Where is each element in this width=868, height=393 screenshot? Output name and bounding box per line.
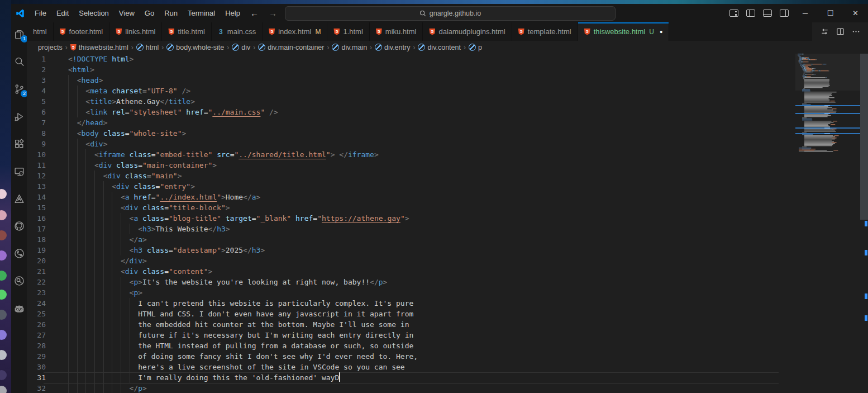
code-line[interactable]: <meta charset="UTF-8" /> xyxy=(68,86,795,96)
breadcrumb-item-file[interactable]: 5thiswebsite.html xyxy=(70,44,128,51)
breadcrumb-item-div[interactable]: div xyxy=(232,44,250,51)
indent-guide xyxy=(85,351,86,362)
tab-index.html[interactable]: 5index.htmlM xyxy=(263,22,327,41)
activity-item-remote-explorer[interactable] xyxy=(13,165,25,177)
code-line[interactable]: <div class="main-container"> xyxy=(68,160,795,171)
code-line[interactable]: <h3 class="datestamp">2025</h3> xyxy=(68,245,795,255)
code-editor[interactable]: 1234567891011121314151617181920212223242… xyxy=(27,54,868,393)
indent-guide xyxy=(68,75,69,86)
command-center-search[interactable]: gnargle.github.io xyxy=(285,6,616,21)
minimap[interactable] xyxy=(795,54,860,393)
code-line[interactable]: I can't pretend this website is particul… xyxy=(68,298,795,309)
code-line[interactable]: the embedded hit counter at the bottom. … xyxy=(68,319,795,330)
activity-item-run-and-debug[interactable] xyxy=(13,110,25,122)
indent-guide xyxy=(77,330,78,340)
open-changes-button[interactable] xyxy=(818,25,831,39)
triangle-a-extension-icon xyxy=(13,193,25,205)
breadcrumb-item-div.content[interactable]: div.content xyxy=(418,44,461,51)
menu-view[interactable]: View xyxy=(114,4,140,22)
code-line[interactable]: <div class="entry"> xyxy=(68,181,795,192)
maximize-button[interactable]: ☐ xyxy=(818,4,843,22)
tab-dalamudplugins.html[interactable]: 5dalamudplugins.html xyxy=(423,22,512,41)
breadcrumb-item-p[interactable]: p xyxy=(469,44,482,51)
search-icon xyxy=(419,10,426,17)
code-line[interactable]: future if it's necessary but I'm writing… xyxy=(68,330,795,340)
menu-selection[interactable]: Selection xyxy=(74,4,113,22)
toggle-sidebar-left-button[interactable] xyxy=(742,4,759,22)
close-button[interactable]: ✕ xyxy=(843,4,868,22)
toggle-panel-button[interactable] xyxy=(759,4,776,22)
activity-item-search[interactable] xyxy=(13,55,25,68)
customize-layout-button[interactable] xyxy=(726,4,742,22)
code-line[interactable]: <a href="../index.html">Home</a> xyxy=(68,192,795,202)
activity-item-triangle-a-extension[interactable] xyxy=(13,192,25,205)
code-line[interactable]: </p> xyxy=(68,383,795,393)
code-line[interactable]: <title>Athene.Gay</title> xyxy=(68,96,795,107)
scrollbar-thumb[interactable] xyxy=(860,54,868,220)
tab-main.css[interactable]: 3main.css xyxy=(212,22,263,41)
code-line[interactable]: the HTML instead of pulling from a datab… xyxy=(68,340,795,351)
indent-guide xyxy=(68,245,69,255)
tab-html[interactable]: html xyxy=(27,22,54,41)
code-line[interactable]: I'm really doing this the 'old-fashioned… xyxy=(68,372,795,383)
indent-guide xyxy=(94,245,95,255)
breadcrumb-item-div.entry[interactable]: div.entry xyxy=(375,44,410,51)
toggle-sidebar-right-button[interactable] xyxy=(776,4,793,22)
menu-help[interactable]: Help xyxy=(220,4,245,22)
vscode-logo-icon xyxy=(15,8,25,18)
activity-item-git-graph[interactable] xyxy=(13,247,25,259)
activity-item-explorer[interactable]: 1 xyxy=(13,28,25,40)
css3-file-icon: 3 xyxy=(218,29,224,35)
code-line[interactable]: </div> xyxy=(68,255,795,266)
code-line[interactable]: <p> xyxy=(68,287,795,298)
indent-guide xyxy=(103,255,104,266)
activity-item-github[interactable] xyxy=(13,220,25,232)
code-line[interactable]: </head> xyxy=(68,117,795,128)
menu-file[interactable]: File xyxy=(30,4,51,22)
breadcrumb-item-root[interactable]: projects xyxy=(38,44,63,51)
code-line[interactable]: <a class="blog-title" target="_blank" hr… xyxy=(68,213,795,224)
tab-1.html[interactable]: 51.html xyxy=(327,22,369,41)
breadcrumb-item-html[interactable]: html xyxy=(136,44,159,51)
indent-guide xyxy=(68,383,69,393)
tab-thiswebsite.html[interactable]: 5thiswebsite.htmlU● xyxy=(578,22,670,41)
activity-item-godot-tools[interactable] xyxy=(13,302,25,314)
code-line[interactable]: <!DOCTYPE html> xyxy=(68,54,795,64)
breadcrumb-item-body.whole-site[interactable]: body.whole-site xyxy=(166,44,224,51)
code-line[interactable]: HTML and CSS. I don't even have any java… xyxy=(68,309,795,319)
vertical-scrollbar[interactable] xyxy=(860,54,868,393)
nav-back-arrow[interactable]: ← xyxy=(245,8,264,18)
activity-item-code-search[interactable] xyxy=(13,274,25,287)
breadcrumb-item-div.main[interactable]: div.main xyxy=(332,44,367,51)
code-line[interactable]: of doing some fancy shit I don't see why… xyxy=(68,351,795,362)
menu-go[interactable]: Go xyxy=(140,4,159,22)
activity-item-extensions[interactable] xyxy=(13,138,25,150)
code-line[interactable]: </a> xyxy=(68,234,795,245)
code-line[interactable]: <link rel="stylesheet" href="../main.css… xyxy=(68,107,795,117)
code-line[interactable]: <iframe class="embed-title" src="../shar… xyxy=(68,149,795,160)
menu-run[interactable]: Run xyxy=(159,4,183,22)
activity-item-source-control[interactable]: 2 xyxy=(13,83,25,95)
menu-edit[interactable]: Edit xyxy=(51,4,74,22)
code-line[interactable]: <html> xyxy=(68,64,795,75)
nav-forward-arrow[interactable]: → xyxy=(264,8,282,18)
minimize-button[interactable]: ─ xyxy=(793,4,818,22)
code-line[interactable]: <div class="content"> xyxy=(68,266,795,277)
code-line[interactable]: <head> xyxy=(68,75,795,86)
code-line[interactable]: <div class="main"> xyxy=(68,171,795,181)
code-line[interactable]: <div> xyxy=(68,139,795,149)
tab-footer.html[interactable]: 5footer.html xyxy=(54,22,110,41)
code-line[interactable]: <h3>This Website</h3> xyxy=(68,224,795,234)
code-line[interactable]: here's a live screenshot of the site in … xyxy=(68,362,795,372)
more-actions-button[interactable] xyxy=(849,25,862,39)
tab-miku.html[interactable]: 5miku.html xyxy=(370,22,423,41)
menu-terminal[interactable]: Terminal xyxy=(183,4,220,22)
breadcrumb-item-div.main-container[interactable]: div.main-container xyxy=(258,44,324,51)
split-editor-button[interactable] xyxy=(833,25,847,39)
tab-template.html[interactable]: 5template.html xyxy=(512,22,578,41)
tab-links.html[interactable]: 5links.html xyxy=(109,22,162,41)
code-line[interactable]: <body class="whole-site"> xyxy=(68,128,795,139)
code-line[interactable]: <div class="title-block"> xyxy=(68,202,795,213)
code-line[interactable]: <p>It's the website you're looking at ri… xyxy=(68,277,795,287)
tab-title.html[interactable]: 5title.html xyxy=(162,22,211,41)
